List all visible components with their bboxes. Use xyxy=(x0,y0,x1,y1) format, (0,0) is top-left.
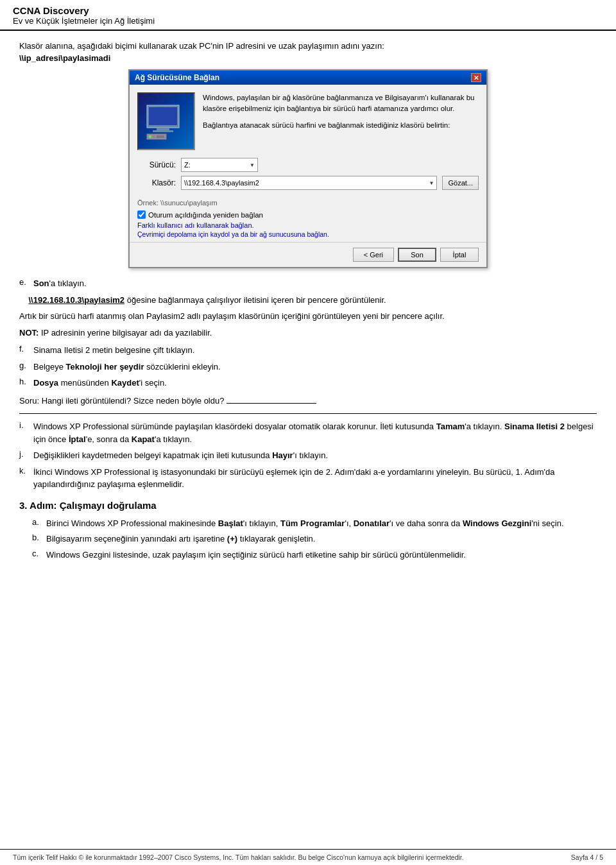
step-i-row: i. Windows XP Professional sürümünde pay… xyxy=(19,420,597,445)
checkbox-label: Oturum açıldığında yeniden bağlan xyxy=(148,211,263,219)
address-link: \\192.168.10.3\paylasim2 xyxy=(28,295,124,305)
step-e-row: e. Son'a tıklayın. xyxy=(19,277,597,290)
dialog-description: Windows, paylaşılan bir ağ klasörüne bağ… xyxy=(203,92,479,150)
header-title: CCNA Discovery xyxy=(13,5,603,16)
step-f-letter: f. xyxy=(19,344,31,357)
sub-step-c-letter: c. xyxy=(32,549,44,561)
sub-a-text1: Birinci Windows XP Professional makinesi… xyxy=(46,518,218,528)
cancel-button[interactable]: İptal xyxy=(440,248,479,262)
step-i-text: Windows XP Professional sürümünde paylaş… xyxy=(33,420,597,445)
son-text: Son xyxy=(33,278,49,288)
step-k-text: İkinci Windows XP Professional iş istasy… xyxy=(33,466,597,491)
sub-b-bold1: (+) xyxy=(227,534,237,544)
soru-content: Soru: Hangi ileti görüntülendi? Sizce ne… xyxy=(19,396,224,406)
step-j-hayir: Hayır xyxy=(272,450,293,460)
soru-text: Soru: Hangi ileti görüntülendi? Sizce ne… xyxy=(19,395,597,407)
step-e-letter: e. xyxy=(19,277,31,290)
step-i-text2: 'a tıklayın. xyxy=(465,422,504,431)
step-f-content: Sinama Iletisi 2 metin belgesine çift tı… xyxy=(33,345,194,355)
divider xyxy=(19,413,597,414)
svg-point-6 xyxy=(153,135,155,138)
step-h-text: Dosya menüsünden Kaydet'i seçin. xyxy=(33,377,597,390)
step-g-bold: Teknoloji her şeydir xyxy=(66,362,144,372)
step-j-row: j. Değişiklikleri kaydetmeden belgeyi ka… xyxy=(19,449,597,462)
step-i-sinama: Sinama Iletisi 2 xyxy=(504,422,565,431)
step-e-text: Son'a tıklayın. xyxy=(33,277,597,290)
online-storage-link[interactable]: Çevrimiçi depolama için kaydol ya da bir… xyxy=(130,230,486,238)
sub-step-a-letter: a. xyxy=(32,517,44,530)
step-e-suffix: 'a tıklayın. xyxy=(49,278,87,288)
answer-line xyxy=(227,403,316,404)
step-j-letter: j. xyxy=(19,449,31,462)
sub-step-c-row: c. Windows Gezgini listesinde, uzak payl… xyxy=(32,549,597,561)
artik-text: Artık bir sürücü harfi atanmış olan Payl… xyxy=(19,310,597,323)
footer-copyright: Tüm içerik Telif Hakkı © ile korunmaktad… xyxy=(13,853,464,861)
different-user-link[interactable]: Farklı kullanıcı adı kullanarak bağlan. xyxy=(130,221,486,229)
example-text: Örnek: \\sunucu\paylaşım xyxy=(130,199,486,207)
step-f-row: f. Sinama Iletisi 2 metin belgesine çift… xyxy=(19,344,597,357)
svg-rect-2 xyxy=(157,128,169,130)
sub-a-wingezg: Windows Gezgini xyxy=(463,518,532,528)
close-icon[interactable]: ✕ xyxy=(471,73,481,82)
step-k-letter: k. xyxy=(19,466,31,491)
sub-steps: a. Birinci Windows XP Professional makin… xyxy=(19,517,597,561)
step-j-text2: 'ı tıklayın. xyxy=(293,450,329,460)
step-k-row: k. İkinci Windows XP Professional iş ist… xyxy=(19,466,597,491)
step-h-kaydet: Kaydet xyxy=(111,378,139,388)
dialog-desc1: Windows, paylaşılan bir ağ klasörüne bağ… xyxy=(203,92,479,115)
browse-button[interactable]: Gözat... xyxy=(442,176,479,190)
dialog-title: Ağ Sürücüsüne Bağlan xyxy=(135,73,219,82)
klasor-input[interactable]: \\192.168.4.3\paylasim2 ▼ xyxy=(181,176,437,190)
dialog-body: Windows, paylaşılan bir ağ klasörüne bağ… xyxy=(130,85,486,158)
step-j-text1: Değişiklikleri kaydetmeden belgeyi kapat… xyxy=(33,450,272,460)
svg-rect-3 xyxy=(153,130,173,132)
svg-rect-7 xyxy=(157,135,164,138)
step-f-text: Sinama Iletisi 2 metin belgesine çift tı… xyxy=(33,344,597,357)
svg-rect-1 xyxy=(149,107,177,125)
sub-step-b-text: Bilgisayarım seçeneğinin yanındaki artı … xyxy=(46,533,597,545)
section3-title: 3. Adım: Çalışmayı doğrulama xyxy=(19,500,597,511)
footer-page: Sayfa 4 / 5 xyxy=(571,853,603,861)
klasor-dropdown-icon: ▼ xyxy=(429,180,434,186)
klasor-label: Klasör: xyxy=(137,178,176,187)
page-header: CCNA Discovery Ev ve Küçük İşletmeler iç… xyxy=(0,0,616,31)
finish-button[interactable]: Son xyxy=(398,248,436,262)
step-h-letter: h. xyxy=(19,377,31,390)
address-note: \\192.168.10.3\paylasim2 öğesine bağlanm… xyxy=(19,294,597,307)
step-j-text: Değişiklikleri kaydetmeden belgeyi kapat… xyxy=(33,449,597,462)
dialog-form: Sürücü: Z: ▼ Klasör: \\192.168.4.3\payla… xyxy=(130,158,486,199)
windows-dialog: Ağ Sürücüsüne Bağlan ✕ xyxy=(128,69,488,268)
sub-step-c-text: Windows Gezgini listesinde, uzak paylaşı… xyxy=(46,549,597,561)
klasor-value: \\192.168.4.3\paylasim2 xyxy=(184,179,259,187)
sub-step-a-row: a. Birinci Windows XP Professional makin… xyxy=(32,517,597,530)
surucu-input[interactable]: Z: ▼ xyxy=(181,158,258,172)
dialog-titlebar: Ağ Sürücüsüne Bağlan ✕ xyxy=(130,71,486,85)
step-i-iptal: İptal xyxy=(69,434,86,444)
surucu-dropdown-icon: ▼ xyxy=(250,162,255,168)
step-i-kapat: Kapat xyxy=(132,434,155,444)
sub-a-text5: 'ni seçin. xyxy=(531,518,563,528)
step-h-after: 'i seçin. xyxy=(139,378,167,388)
not-body: IP adresinin yerine bilgisayar adı da ya… xyxy=(41,328,212,338)
header-subtitle: Ev ve Küçük İşletmeler için Ağ İletişimi xyxy=(13,16,603,26)
step-i-text1: Windows XP Professional sürümünde paylaş… xyxy=(33,422,436,431)
network-drive-icon xyxy=(137,92,195,150)
reopen-checkbox[interactable] xyxy=(137,210,146,219)
sub-step-a-text: Birinci Windows XP Professional makinesi… xyxy=(46,517,597,530)
not-label: NOT: xyxy=(19,328,38,338)
surucu-label: Sürücü: xyxy=(137,160,176,169)
page-footer: Tüm içerik Telif Hakkı © ile korunmaktad… xyxy=(0,849,616,865)
ip-address-text: \\ip_adresi\paylasimadi xyxy=(19,53,597,63)
checkbox-row: Oturum açıldığında yeniden bağlan xyxy=(130,210,486,219)
back-button[interactable]: < Geri xyxy=(353,248,394,262)
sub-a-baslat: Başlat xyxy=(218,518,243,528)
dialog-container: Ağ Sürücüsüne Bağlan ✕ xyxy=(128,69,488,268)
main-content: Klasör alanına, aşağıdaki biçimi kullana… xyxy=(0,31,616,849)
step-i-text5: 'a tıklayın. xyxy=(155,434,192,444)
step-g-letter: g. xyxy=(19,361,31,373)
sub-a-text2: 'ı tıklayın, xyxy=(243,518,280,528)
step-g-row: g. Belgeye Teknoloji her şeydir sözcükle… xyxy=(19,361,597,373)
sub-a-donatilr: Donatılar xyxy=(354,518,389,528)
dialog-desc2: Bağlantıya atanacak sürücü harfini ve ba… xyxy=(203,120,479,131)
sub-b-text1: Bilgisayarım seçeneğinin yanındaki artı … xyxy=(46,534,227,544)
